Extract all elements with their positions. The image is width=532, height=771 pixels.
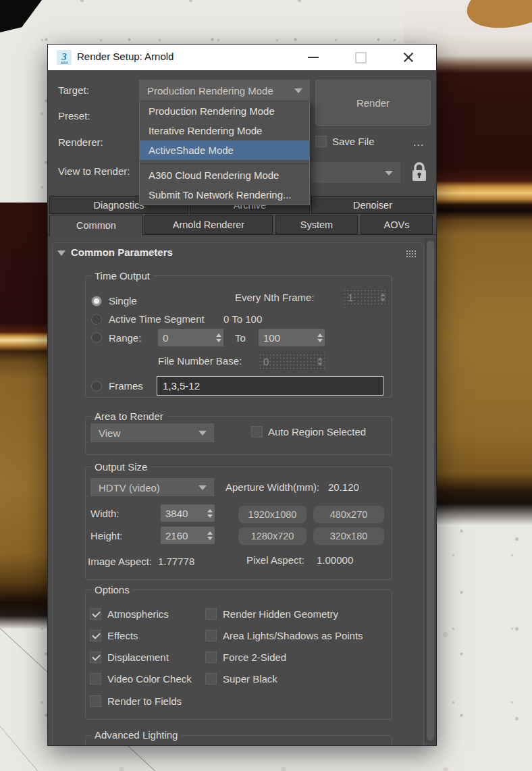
height-label: Height: xyxy=(90,530,123,541)
force-2-sided-checkbox[interactable] xyxy=(205,652,217,663)
effects-checkbox[interactable] xyxy=(90,630,101,641)
render-output-files-button[interactable]: ... xyxy=(413,136,424,149)
tab-common[interactable]: Common xyxy=(49,215,143,236)
view-to-render-label: View to Render: xyxy=(58,165,130,177)
aperture-width-value: 20.120 xyxy=(328,481,359,493)
spinner-arrows-icon xyxy=(315,353,325,370)
video-color-check-checkbox[interactable] xyxy=(90,673,101,685)
rollout-drag-handle-icon[interactable] xyxy=(406,250,417,259)
output-size-preset-value: HDTV (video) xyxy=(99,481,160,493)
menu-item-submit-network[interactable]: Submit To Network Rendering... xyxy=(140,185,309,205)
every-nth-frame-label: Every Nth Frame: xyxy=(235,292,315,303)
width-label: Width: xyxy=(90,508,119,519)
auto-region-checkbox[interactable] xyxy=(251,426,263,437)
target-combobox[interactable]: Production Rendering Mode xyxy=(139,80,310,101)
super-black-checkbox[interactable] xyxy=(205,673,217,685)
target-dropdown-menu: Production Rendering Mode Iterative Rend… xyxy=(139,101,310,205)
chevron-down-icon xyxy=(198,485,207,490)
spinner-arrows-icon[interactable] xyxy=(315,329,325,346)
width-spinner[interactable] xyxy=(161,504,215,522)
area-mode-value: View xyxy=(99,427,120,439)
minimize-button[interactable] xyxy=(303,47,323,68)
height-input[interactable] xyxy=(161,527,205,544)
close-button[interactable] xyxy=(398,47,419,68)
preset-320x180-button[interactable]: 320x180 xyxy=(313,527,384,545)
range-from-spinner[interactable] xyxy=(158,329,223,346)
radio-range-label: Range: xyxy=(109,332,141,344)
width-input[interactable] xyxy=(161,504,205,522)
radio-single[interactable] xyxy=(91,296,102,307)
maximize-button[interactable] xyxy=(350,47,371,68)
output-size-preset-combobox[interactable]: HDTV (video) xyxy=(90,478,214,496)
pixel-aspect-label: Pixel Aspect: xyxy=(246,554,304,566)
render-to-fields-checkbox[interactable] xyxy=(90,695,101,707)
svg-text:MAX: MAX xyxy=(61,61,69,65)
target-label: Target: xyxy=(58,84,89,96)
aperture-width-label: Aperture Width(mm): xyxy=(225,481,319,493)
atmospherics-checkbox[interactable] xyxy=(90,608,101,620)
tab-system[interactable]: System xyxy=(275,215,358,234)
preset-480x270-button[interactable]: 480x270 xyxy=(313,506,384,523)
preset-1920x1080-button[interactable]: 1920x1080 xyxy=(238,506,307,523)
radio-single-label: Single xyxy=(109,295,137,307)
title-bar[interactable]: 3 MAX Render Setup: Arnold xyxy=(48,45,436,70)
segment-range-text: 0 To 100 xyxy=(223,313,262,325)
tab-aovs[interactable]: AOVs xyxy=(361,215,433,234)
radio-frames[interactable] xyxy=(91,381,102,392)
radio-frames-label: Frames xyxy=(109,380,143,392)
radio-active-time-segment-label: Active Time Segment xyxy=(109,313,205,325)
menu-item-iterative[interactable]: Iterative Rendering Mode xyxy=(140,121,309,140)
menu-item-a360-cloud[interactable]: A360 Cloud Rendering Mode xyxy=(140,165,309,185)
atmospherics-label: Atmospherics xyxy=(107,608,169,620)
pixel-aspect-value: 1.00000 xyxy=(317,554,353,566)
chevron-down-icon xyxy=(294,88,302,93)
displacement-checkbox[interactable] xyxy=(90,652,101,663)
displacement-label: Displacement xyxy=(107,652,169,663)
lock-view-button[interactable] xyxy=(410,161,429,183)
spinner-arrows-icon[interactable] xyxy=(213,329,223,346)
file-number-base-label: File Number Base: xyxy=(158,355,242,367)
3dsmax-app-icon: 3 MAX xyxy=(57,50,72,65)
area-mode-combobox[interactable]: View xyxy=(90,423,214,442)
file-number-base-spinner xyxy=(259,353,325,370)
target-combobox-value: Production Rendering Mode xyxy=(147,84,273,96)
menu-item-activeshade[interactable]: ActiveShade Mode xyxy=(140,140,309,160)
area-to-render-legend: Area to Render xyxy=(91,410,167,422)
radio-active-time-segment[interactable] xyxy=(91,314,102,325)
rollout-title[interactable]: Common Parameters xyxy=(71,246,173,258)
tab-arnold-renderer[interactable]: Arnold Renderer xyxy=(144,215,273,234)
range-to-label: To xyxy=(235,332,246,344)
range-to-spinner[interactable] xyxy=(259,329,325,346)
preset-1280x720-button[interactable]: 1280x720 xyxy=(238,527,307,545)
time-output-legend: Time Output xyxy=(91,270,153,282)
render-hidden-geometry-checkbox[interactable] xyxy=(205,608,217,620)
rollout-collapse-icon[interactable] xyxy=(57,250,65,256)
scrollbar-thumb[interactable] xyxy=(427,241,434,741)
spinner-arrows-icon[interactable] xyxy=(205,504,215,522)
render-setup-dialog: 3 MAX Render Setup: Arnold Target: Prese… xyxy=(47,44,437,746)
render-button[interactable]: Render xyxy=(315,80,431,126)
force-2-sided-label: Force 2-Sided xyxy=(223,652,286,663)
area-lights-label: Area Lights/Shadows as Points xyxy=(223,630,363,641)
menu-item-production[interactable]: Production Rendering Mode xyxy=(140,101,309,121)
lock-icon xyxy=(410,161,429,183)
save-file-checkbox[interactable] xyxy=(315,136,327,147)
spinner-arrows-icon[interactable] xyxy=(205,527,215,544)
renderer-label: Renderer: xyxy=(58,136,103,148)
spinner-arrows-icon xyxy=(377,289,388,306)
area-lights-checkbox[interactable] xyxy=(205,630,217,641)
video-color-check-label: Video Color Check xyxy=(107,673,192,685)
window-title: Render Setup: Arnold xyxy=(77,51,174,62)
auto-region-label: Auto Region Selected xyxy=(268,426,366,437)
save-file-label: Save File xyxy=(332,136,375,147)
tab-denoiser[interactable]: Denoiser xyxy=(311,196,434,214)
render-to-fields-label: Render to Fields xyxy=(107,695,182,707)
range-to-input[interactable] xyxy=(259,329,315,346)
range-from-input[interactable] xyxy=(158,329,213,346)
render-button-label: Render xyxy=(356,97,390,109)
effects-label: Effects xyxy=(107,630,138,641)
radio-range[interactable] xyxy=(91,332,102,343)
frames-input[interactable] xyxy=(157,376,383,396)
height-spinner[interactable] xyxy=(161,527,215,544)
file-number-base-input xyxy=(259,353,315,370)
